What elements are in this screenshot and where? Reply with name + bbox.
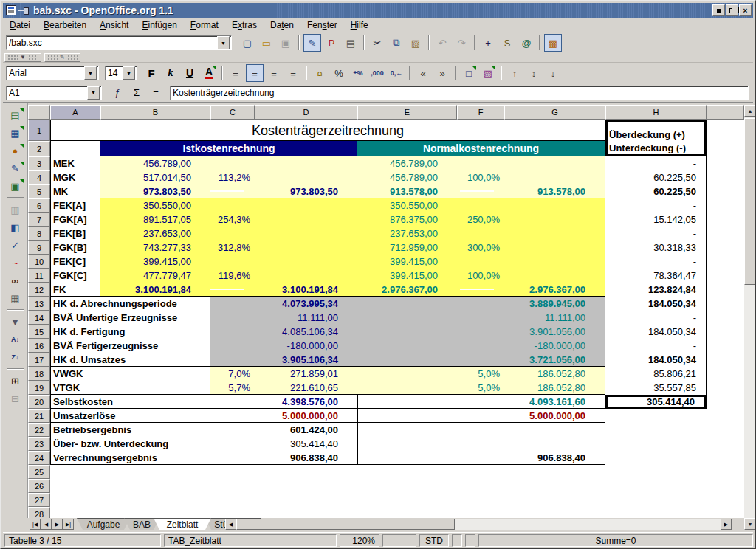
cell-h23[interactable] [605,437,707,451]
cell-e13[interactable] [357,297,457,311]
cell-c20[interactable] [210,395,255,409]
cell-f3[interactable] [457,156,504,170]
cell-b7[interactable]: 891.517,05 [100,213,210,227]
cell-e25[interactable] [357,465,457,479]
sum-icon[interactable]: Σ [128,84,145,102]
vertical-scrollbar[interactable]: ▲ ▼ [744,105,756,530]
menu-extras[interactable]: Extras [225,18,264,32]
cell-g21[interactable]: 5.000.000,00 [504,409,605,423]
next-sheet-button[interactable]: ▶ [52,519,63,530]
cell-c28[interactable] [210,507,255,518]
column-header-h[interactable]: H [605,105,707,120]
cell-c23[interactable] [210,437,255,451]
cell-d11[interactable] [255,269,357,283]
align-left-icon[interactable]: ≡ [227,64,244,82]
insert-icon[interactable]: ▤ [6,106,25,124]
data-sources-icon[interactable]: ▦ [6,289,25,307]
cell-f4[interactable]: 100,0% [457,170,504,184]
cell-c16[interactable] [210,339,255,353]
cell-h21[interactable] [605,409,707,423]
cell-d13[interactable]: 4.073.995,34 [255,297,357,311]
cell-c10[interactable] [210,255,255,269]
cell-a2[interactable] [50,141,100,156]
cell-e8[interactable]: 237.653,00 [357,227,457,241]
font-name-dropdown-button[interactable]: ▼ [84,66,97,80]
row-header-26[interactable]: 26 [28,479,50,493]
cell-a6[interactable]: FEK[A] [50,198,100,213]
url-dropdown-button[interactable]: ▼ [217,36,230,49]
cell-b27[interactable] [100,493,210,507]
decrease-indent-icon[interactable]: « [414,64,432,82]
cell-reference-input[interactable] [7,87,87,99]
cell-d8[interactable] [255,227,357,241]
cell-g19[interactable]: 186.052,80 [504,381,605,395]
cell-e18[interactable] [357,367,457,381]
cell-c6[interactable] [210,198,255,213]
cell-a13[interactable]: HK d. Abrechnungsperiode [50,297,210,311]
cell-b11[interactable]: 477.779,47 [100,269,210,283]
cell-g28[interactable] [504,507,605,518]
cell-b9[interactable]: 743.277,33 [100,241,210,255]
export-pdf-icon[interactable]: P [323,34,340,52]
cell-c26[interactable] [210,479,255,493]
collapsed-toolbar-2[interactable]: ✎ [44,53,80,62]
cell-d15[interactable]: 4.085.106,34 [255,325,357,339]
cell-f8[interactable] [457,227,504,241]
cell-h2[interactable]: Unterdeckung (-) [605,141,707,156]
cell-d9[interactable] [255,241,357,255]
cell-e24[interactable] [357,451,457,465]
cell-b3[interactable]: 456.789,00 [100,156,210,170]
cell-b25[interactable] [100,465,210,479]
last-sheet-button[interactable]: ▶| [63,519,74,530]
empty-sheet-area[interactable] [707,120,744,518]
cell-d18[interactable]: 271.859,01 [255,367,357,381]
cut-icon[interactable]: ✂ [368,34,386,52]
cell-a4[interactable]: MGK [50,170,100,184]
insert-sheet-icon[interactable]: ▥ [6,201,25,218]
column-header-d[interactable]: D [255,105,357,120]
cell-a20[interactable]: Selbstkosten [50,395,210,409]
formula-input[interactable] [171,87,748,99]
sheet-tab-bab[interactable]: BAB [124,518,159,530]
cell-d5[interactable]: 973.803,50 [255,184,357,198]
cell-a27[interactable] [50,493,100,507]
cell-h18[interactable]: 85.806,21 [605,367,707,381]
column-header-a[interactable]: A [50,105,100,120]
cell-g16[interactable]: -180.000,00 [504,339,605,353]
open-folder-icon[interactable]: ▭ [258,34,275,52]
cell-c19[interactable]: 5,7% [210,381,255,395]
cell-a18[interactable]: VWGK [50,367,100,381]
horizontal-scrollbar-thumb[interactable] [236,519,455,530]
cell-d27[interactable] [255,493,357,507]
column-header-g[interactable]: G [504,105,605,120]
maximize-button[interactable] [726,4,738,16]
cell-d12[interactable]: 3.100.191,84 [255,283,357,297]
cell-a21[interactable]: Umsatzerlöse [50,409,210,423]
cell-e7[interactable]: 876.375,00 [357,213,457,227]
cell-e4[interactable]: 456.789,00 [357,170,457,184]
cell-g20[interactable]: 4.093.161,60 [504,395,605,409]
cell-b6[interactable]: 350.550,00 [100,198,210,213]
cell-c24[interactable] [210,451,255,465]
close-button[interactable]: × [739,4,752,16]
column-header-b[interactable]: B [100,105,210,120]
cell-reference-dropdown-button[interactable]: ▼ [87,86,100,100]
cell-d17[interactable]: 3.905.106,34 [255,353,357,367]
select-all-corner[interactable] [28,105,50,120]
cell-h16[interactable]: - [605,339,707,353]
cell-a5[interactable]: MK [50,184,100,198]
borders-icon[interactable]: □ [460,64,478,82]
cell-d20[interactable]: 4.398.576,00 [255,395,357,409]
cell-d22[interactable]: 601.424,00 [255,423,357,437]
insert-cells-icon[interactable]: ▦ [6,124,25,142]
cell-e28[interactable] [357,507,457,518]
row-header-18[interactable]: 18 [28,367,50,381]
row-header-11[interactable]: 11 [28,269,50,283]
cell-a22[interactable]: Betriebsergebnis [50,423,210,437]
find-replace-icon[interactable]: ∞ [6,272,25,289]
menu-hilfe[interactable]: Hilfe [344,18,375,32]
align-bottom-icon[interactable]: ↓ [544,64,562,82]
menu-bearbeiten[interactable]: Bearbeiten [37,18,93,32]
bold-icon[interactable]: F [142,64,160,82]
number-standard-icon[interactable]: ±% [349,64,367,82]
